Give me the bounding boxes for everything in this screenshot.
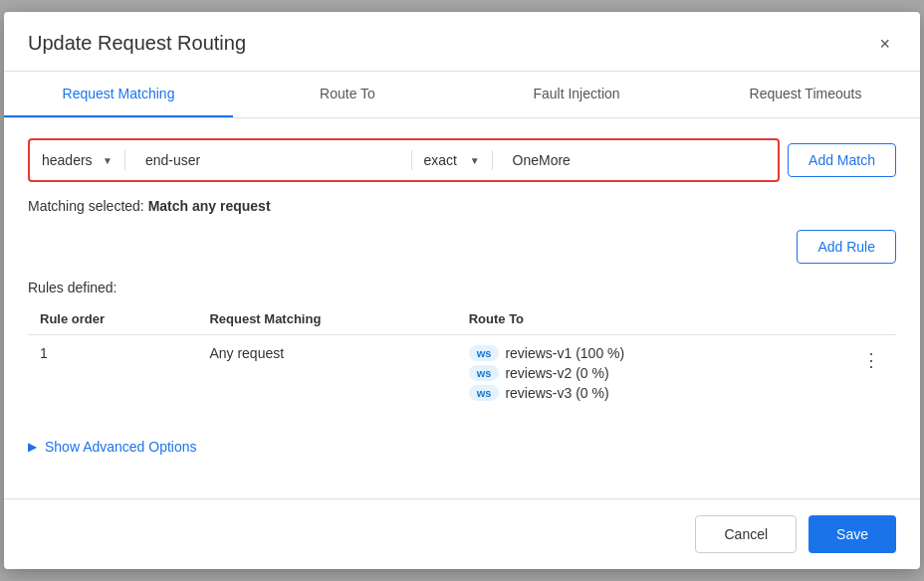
separator-1 xyxy=(124,150,125,170)
rules-table: Rule order Request Matching Route To 1 A… xyxy=(28,303,896,415)
add-match-button[interactable]: Add Match xyxy=(788,143,896,177)
col-route-to: Route To xyxy=(457,303,802,335)
match-row: headers uri method scheme ▼ e xyxy=(28,138,780,182)
match-value-input[interactable] xyxy=(505,148,767,172)
modal-body: headers uri method scheme ▼ e xyxy=(4,118,920,498)
ws-badge-2: ws xyxy=(469,365,500,381)
matching-value: Match any request xyxy=(148,198,271,214)
modal-footer: Cancel Save xyxy=(4,498,920,569)
match-condition-select[interactable]: exact prefix regex xyxy=(424,152,480,168)
tab-request-matching[interactable]: Request Matching xyxy=(4,72,233,117)
rules-label: Rules defined: xyxy=(28,280,896,295)
tab-route-to[interactable]: Route To xyxy=(233,72,462,117)
matching-prefix: Matching selected: xyxy=(28,198,144,214)
rules-section: Rules defined: Rule order Request Matchi… xyxy=(28,280,896,415)
tabs-container: Request Matching Route To Fault Injectio… xyxy=(4,72,920,118)
separator-2 xyxy=(411,150,412,170)
route-label-3: reviews-v3 (0 %) xyxy=(505,385,608,401)
match-type-select[interactable]: headers uri method scheme xyxy=(42,152,113,168)
advanced-options[interactable]: ▶ Show Advanced Options xyxy=(28,439,896,455)
add-rule-button[interactable]: Add Rule xyxy=(797,230,896,264)
matching-info: Matching selected: Match any request xyxy=(28,198,896,214)
ws-badge-3: ws xyxy=(469,385,500,401)
col-actions xyxy=(801,303,896,335)
match-condition-select-wrapper[interactable]: exact prefix regex ▼ xyxy=(424,152,480,168)
actions-cell: ⋮ xyxy=(801,335,896,416)
close-button[interactable]: × xyxy=(873,33,896,55)
cancel-button[interactable]: Cancel xyxy=(695,515,797,553)
table-row: 1 Any request ws reviews-v1 (100 %) ws r… xyxy=(28,335,896,416)
modal-title: Update Request Routing xyxy=(28,32,246,55)
update-request-routing-modal: Update Request Routing × Request Matchin… xyxy=(4,12,920,569)
save-button[interactable]: Save xyxy=(808,515,896,553)
modal-header: Update Request Routing × xyxy=(4,12,920,72)
route-label-2: reviews-v2 (0 %) xyxy=(505,365,608,381)
match-type-select-wrapper[interactable]: headers uri method scheme ▼ xyxy=(42,152,113,168)
route-entry-2: ws reviews-v2 (0 %) xyxy=(469,365,790,381)
ws-badge-1: ws xyxy=(469,345,500,361)
route-label-1: reviews-v1 (100 %) xyxy=(505,345,624,361)
advanced-options-label: Show Advanced Options xyxy=(45,439,197,455)
route-entry-1: ws reviews-v1 (100 %) xyxy=(469,345,790,361)
route-entry-3: ws reviews-v3 (0 %) xyxy=(469,385,790,401)
chevron-right-icon: ▶ xyxy=(28,440,37,454)
add-rule-row: Add Rule xyxy=(28,230,896,264)
col-rule-order: Rule order xyxy=(28,303,197,335)
kebab-menu-button[interactable]: ⋮ xyxy=(858,345,884,375)
separator-3 xyxy=(492,150,493,170)
route-to-cell: ws reviews-v1 (100 %) ws reviews-v2 (0 %… xyxy=(457,335,802,416)
match-key-input[interactable] xyxy=(137,148,399,172)
rule-order-cell: 1 xyxy=(28,335,197,416)
request-matching-cell: Any request xyxy=(197,335,456,416)
tab-request-timeouts[interactable]: Request Timeouts xyxy=(691,72,920,117)
col-request-matching: Request Matching xyxy=(197,303,456,335)
tab-fault-injection[interactable]: Fault Injection xyxy=(462,72,691,117)
